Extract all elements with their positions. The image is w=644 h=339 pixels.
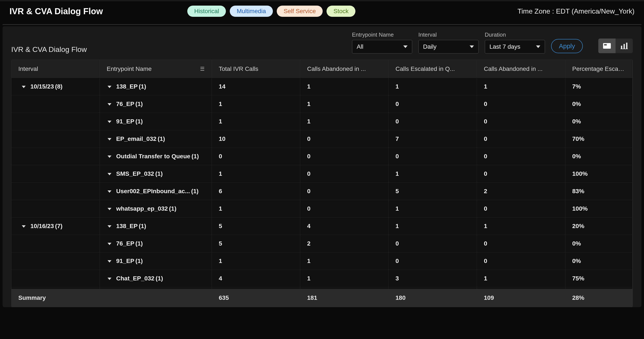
interval-cell[interactable] [12, 165, 100, 182]
chevron-down-icon[interactable] [108, 190, 112, 193]
cell-total: 10 [212, 130, 300, 148]
pill-stock[interactable]: Stock [326, 5, 356, 17]
chevron-down-icon[interactable] [108, 243, 112, 245]
chevron-down-icon[interactable] [108, 121, 112, 123]
table-row[interactable]: 76_EP (1)52000% [12, 235, 632, 252]
view-card-button[interactable] [598, 38, 616, 53]
interval-cell[interactable] [12, 130, 100, 148]
interval-cell[interactable] [12, 148, 100, 165]
cell-esc: 0 [388, 252, 477, 270]
svg-rect-2 [621, 46, 622, 49]
cell-ab2: 0 [477, 200, 565, 217]
summary-ab1: 181 [300, 289, 388, 307]
view-toggle [598, 38, 633, 53]
col-abandoned-2[interactable]: Calls Abandoned in ... [477, 60, 565, 78]
col-entrypoint[interactable]: Entrypoint Name ☰ [100, 60, 212, 78]
entrypoint-cell[interactable]: Chat_EP_032 (1) [100, 270, 212, 287]
cell-esc: 5 [388, 183, 477, 200]
col-abandoned-1[interactable]: Calls Abandoned in ... [300, 60, 388, 78]
cell-total: 1 [212, 95, 300, 113]
entrypoint-select[interactable]: All [352, 40, 412, 54]
chevron-down-icon[interactable] [108, 278, 112, 280]
interval-cell[interactable]: 10/15/23 (8) [12, 78, 100, 95]
chevron-down-icon[interactable] [108, 260, 112, 263]
svg-rect-3 [624, 44, 625, 49]
cell-ab2: 2 [477, 183, 565, 200]
chevron-down-icon[interactable] [108, 225, 112, 228]
interval-cell[interactable] [12, 252, 100, 270]
apply-button[interactable]: Apply [551, 39, 583, 53]
interval-cell[interactable] [12, 235, 100, 252]
table-row[interactable]: 10/16/23 (7)138_EP (1)541120% [12, 218, 632, 235]
entrypoint-label: User002_EPInbound_ac... (1) [116, 188, 198, 195]
table-row[interactable]: Chat_EP_032 (1)413175% [12, 270, 632, 287]
cell-pct: 7% [565, 78, 632, 95]
cell-esc: 7 [388, 130, 477, 148]
table-row[interactable]: EP_email_032 (1)1007070% [12, 130, 632, 148]
column-menu-icon[interactable]: ☰ [200, 66, 205, 72]
cell-total: 6 [212, 183, 300, 200]
interval-cell[interactable] [12, 113, 100, 130]
table-row[interactable]: 91_EP (1)11000% [12, 252, 632, 270]
entrypoint-cell[interactable]: 91_EP (1) [100, 252, 212, 270]
table-body[interactable]: 10/15/23 (8)138_EP (1)141117%76_EP (1)11… [12, 78, 632, 299]
table-row[interactable]: 76_EP (1)11000% [12, 95, 632, 113]
summary-pct: 28% [565, 289, 632, 307]
cell-total: 0 [212, 148, 300, 165]
entrypoint-cell[interactable]: 76_EP (1) [100, 95, 212, 113]
pill-historical[interactable]: Historical [187, 5, 226, 17]
entrypoint-cell[interactable]: EP_email_032 (1) [100, 130, 212, 148]
entrypoint-label: 138_EP (1) [116, 83, 146, 90]
entrypoint-label: SMS_EP_032 (1) [116, 170, 163, 177]
entrypoint-cell[interactable]: 91_EP (1) [100, 113, 212, 130]
col-interval[interactable]: Interval [12, 60, 100, 78]
table-row[interactable]: whatsapp_ep_032 (1)1010100% [12, 200, 632, 218]
entrypoint-cell[interactable]: SMS_EP_032 (1) [100, 165, 212, 182]
interval-cell[interactable] [12, 270, 100, 287]
chevron-down-icon[interactable] [22, 86, 26, 88]
chevron-down-icon[interactable] [108, 138, 112, 140]
chevron-down-icon[interactable] [108, 208, 112, 210]
chevron-down-icon[interactable] [22, 225, 26, 228]
chevron-down-icon[interactable] [108, 103, 112, 105]
page-title: IVR & CVA Dialog Flow [10, 6, 103, 16]
chevron-down-icon[interactable] [108, 155, 112, 158]
cell-pct: 0% [565, 113, 632, 130]
interval-select[interactable]: Daily [418, 40, 479, 54]
top-bar: IVR & CVA Dialog Flow HistoricalMultimed… [0, 0, 644, 21]
interval-cell[interactable] [12, 200, 100, 217]
col-percentage[interactable]: Percentage Escalatio... [565, 60, 632, 78]
cell-total: 14 [212, 78, 300, 95]
view-chart-button[interactable] [616, 38, 633, 53]
entrypoint-cell[interactable]: User002_EPInbound_ac... (1) [100, 183, 212, 200]
data-table: Interval Entrypoint Name ☰ Total IVR Cal… [11, 60, 633, 307]
table-row[interactable]: Outdial Transfer to Queue (1)00000% [12, 148, 632, 165]
entrypoint-cell[interactable]: 138_EP (1) [100, 78, 212, 95]
entrypoint-cell[interactable]: Outdial Transfer to Queue (1) [100, 148, 212, 165]
entrypoint-cell[interactable]: 76_EP (1) [100, 235, 212, 252]
col-escalated[interactable]: Calls Escalated in Q... [388, 60, 477, 78]
filter-label: Duration [485, 31, 545, 38]
cell-ab2: 1 [477, 270, 565, 287]
table-row[interactable]: 10/15/23 (8)138_EP (1)141117% [12, 78, 632, 95]
table-row[interactable]: SMS_EP_032 (1)1010100% [12, 165, 632, 183]
cell-esc: 1 [388, 218, 477, 235]
duration-select[interactable]: Last 7 days [485, 40, 545, 54]
interval-cell[interactable] [12, 95, 100, 113]
table-row[interactable]: User002_EPInbound_ac... (1)605283% [12, 183, 632, 200]
entrypoint-cell[interactable]: 138_EP (1) [100, 218, 212, 235]
chevron-down-icon[interactable] [108, 173, 112, 175]
cell-pct: 83% [565, 183, 632, 200]
interval-cell[interactable] [12, 183, 100, 200]
summary-label: Summary [12, 289, 100, 307]
entrypoint-cell[interactable]: whatsapp_ep_032 (1) [100, 200, 212, 217]
cell-esc: 3 [388, 270, 477, 287]
cell-ab1: 0 [300, 183, 388, 200]
pill-self-service[interactable]: Self Service [277, 5, 323, 17]
chevron-down-icon[interactable] [108, 86, 112, 88]
col-total[interactable]: Total IVR Calls [212, 60, 300, 78]
pill-multimedia[interactable]: Multimedia [230, 5, 273, 17]
interval-cell[interactable]: 10/16/23 (7) [12, 218, 100, 235]
table-row[interactable]: 91_EP (1)11000% [12, 113, 632, 130]
cell-total: 4 [212, 270, 300, 287]
